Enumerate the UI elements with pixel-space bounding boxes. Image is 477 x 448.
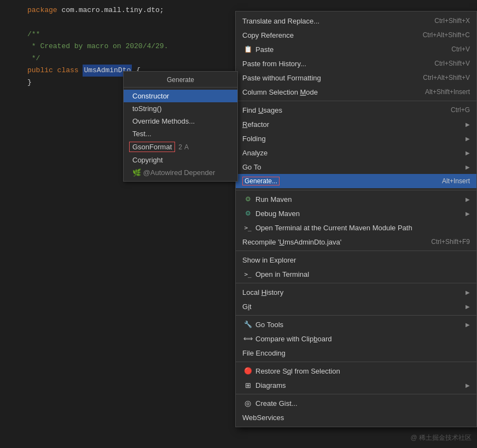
- separator-1: [236, 101, 476, 101]
- generate-submenu: Generate Constructor toString() Override…: [123, 71, 238, 182]
- menu-goto[interactable]: Go To ▶: [236, 160, 476, 174]
- editor-line: /**: [0, 28, 235, 40]
- menu-run-maven[interactable]: ⚙ Run Maven ▶: [236, 192, 476, 206]
- arrow-icon: ▶: [466, 322, 470, 328]
- menu-local-history[interactable]: Local History ▶: [236, 285, 476, 299]
- arrow-icon: ▶: [466, 211, 470, 217]
- compare-icon: ⟺: [242, 335, 253, 342]
- restore-sql-icon: 🔴: [242, 367, 253, 375]
- go-tools-icon: 🔧: [242, 321, 253, 328]
- menu-compare-clipboard[interactable]: ⟺ Compare with Clipboard: [236, 331, 476, 346]
- gen-item-constructor[interactable]: Constructor: [124, 90, 237, 102]
- arrow-icon: ▶: [466, 304, 470, 310]
- editor-line: package com.macro.mall.tiny.dto;: [0, 4, 235, 16]
- menu-file-encoding[interactable]: File Encoding: [236, 346, 476, 360]
- gen-item-override[interactable]: Override Methods...: [124, 115, 237, 127]
- menu-restore-sql[interactable]: 🔴 Restore Sql from Selection: [236, 364, 476, 378]
- menu-refactor[interactable]: Refactor ▶: [236, 117, 476, 131]
- watermark: @ 稀土掘金技术社区: [410, 433, 472, 443]
- arrow-icon: ▶: [466, 196, 470, 202]
- gen-item-gson-badge: 2: [178, 143, 182, 151]
- arrow-icon: ▶: [466, 121, 470, 127]
- menu-translate-replace[interactable]: Translate and Replace... Ctrl+Shift+X: [236, 14, 476, 28]
- context-menu: Translate and Replace... Ctrl+Shift+X Co…: [235, 11, 477, 427]
- menu-folding[interactable]: Folding ▶: [236, 131, 476, 146]
- gen-item-tostring[interactable]: toString(): [124, 102, 237, 115]
- gen-item-test[interactable]: Test...: [124, 127, 237, 140]
- editor-line: * Created by macro on 2020/4/29.: [0, 40, 235, 53]
- arrow-icon: ▶: [466, 150, 470, 156]
- menu-diagrams[interactable]: ⊞ Diagrams ▶: [236, 378, 476, 392]
- gen-item-autowired[interactable]: 🌿 @Autowired Depender: [124, 166, 237, 179]
- gen-item-gson-badge2: A: [184, 143, 189, 151]
- editor-line: */: [0, 53, 235, 65]
- menu-show-explorer[interactable]: Show in Explorer: [236, 253, 476, 267]
- separator-2: [236, 190, 476, 190]
- menu-paste-history[interactable]: Paste from History... Ctrl+Shift+V: [236, 56, 476, 71]
- menu-copy-reference[interactable]: Copy Reference Ctrl+Alt+Shift+C: [236, 28, 476, 42]
- diagrams-icon: ⊞: [242, 381, 253, 389]
- arrow-icon: ▶: [466, 136, 470, 142]
- separator-3: [236, 251, 476, 251]
- gen-item-gson-row[interactable]: GsonFormat 2 A: [124, 140, 237, 154]
- arrow-icon: ▶: [466, 289, 470, 295]
- debug-maven-icon: ⚙: [242, 210, 253, 217]
- menu-create-gist[interactable]: ◎ Create Gist...: [236, 396, 476, 410]
- menu-git[interactable]: Git ▶: [236, 299, 476, 313]
- separator-7: [236, 394, 476, 394]
- menu-debug-maven[interactable]: ⚙ Debug Maven ▶: [236, 206, 476, 220]
- terminal-icon: >_: [242, 271, 253, 278]
- generate-outlined-label: Generate...: [242, 177, 280, 185]
- separator-5: [236, 315, 476, 316]
- generate-header: Generate: [124, 74, 237, 88]
- editor-line: [0, 16, 235, 28]
- gen-item-copyright[interactable]: Copyright: [124, 154, 237, 166]
- menu-open-terminal[interactable]: >_ Open in Terminal: [236, 267, 476, 281]
- menu-recompile[interactable]: Recompile 'UmsAdminDto.java' Ctrl+Shift+…: [236, 235, 476, 249]
- terminal-maven-icon: >_: [242, 224, 253, 231]
- separator-4: [236, 283, 476, 283]
- menu-open-terminal-maven[interactable]: >_ Open Terminal at the Current Maven Mo…: [236, 220, 476, 235]
- arrow-icon: ▶: [466, 382, 470, 388]
- paste-icon: 📋: [242, 45, 253, 53]
- arrow-icon: ▶: [466, 164, 470, 170]
- run-maven-icon: ⚙: [242, 195, 253, 203]
- menu-find-usages[interactable]: Find Usages Ctrl+G: [236, 103, 476, 117]
- github-icon: ◎: [242, 399, 253, 408]
- menu-paste-no-format[interactable]: Paste without Formatting Ctrl+Alt+Shift+…: [236, 71, 476, 85]
- menu-go-tools[interactable]: 🔧 Go Tools ▶: [236, 317, 476, 331]
- menu-column-select[interactable]: Column Selection Mode Alt+Shift+Insert: [236, 85, 476, 99]
- menu-analyze[interactable]: Analyze ▶: [236, 146, 476, 160]
- separator-6: [236, 362, 476, 362]
- editor: package com.macro.mall.tiny.dto; /** * C…: [0, 0, 235, 448]
- menu-webservices[interactable]: WebServices: [236, 410, 476, 424]
- menu-paste[interactable]: 📋 Paste Ctrl+V: [236, 42, 476, 56]
- gen-item-gson-outlined: GsonFormat: [129, 142, 175, 152]
- menu-generate[interactable]: Generate... Alt+Insert: [236, 174, 476, 188]
